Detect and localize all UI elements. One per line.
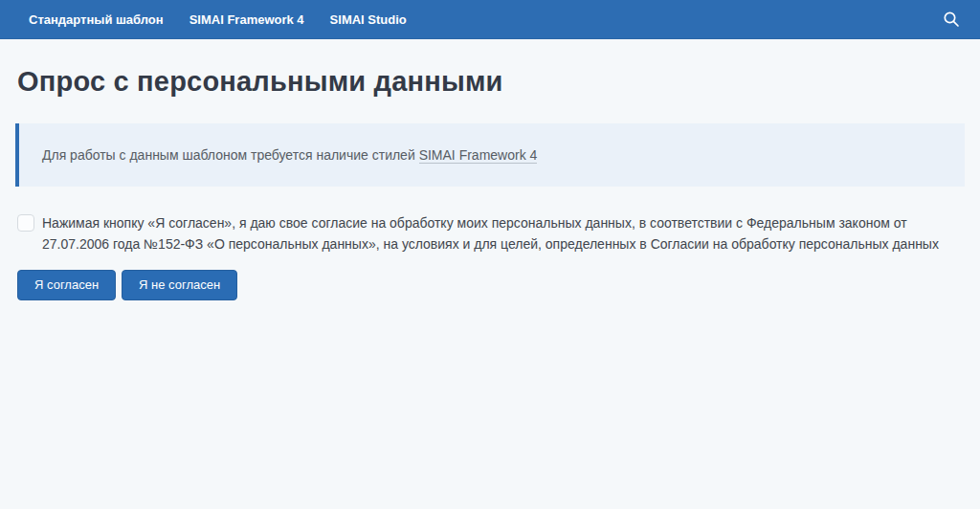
agree-button[interactable]: Я согласен bbox=[17, 270, 116, 300]
consent-buttons: Я согласен Я не согласен bbox=[17, 270, 963, 300]
search-icon bbox=[943, 11, 960, 28]
consent-row: Нажимая кнопку «Я согласен», я даю свое … bbox=[17, 212, 963, 254]
nav-item-simai-studio[interactable]: SIMAI Studio bbox=[330, 12, 407, 27]
consent-checkbox[interactable] bbox=[17, 214, 34, 232]
top-navbar: Стандартный шаблон SIMAI Framework 4 SIM… bbox=[0, 0, 980, 39]
nav-item-simai-framework[interactable]: SIMAI Framework 4 bbox=[189, 12, 304, 27]
notice-text: Для работы с данным шаблоном требуется н… bbox=[42, 147, 419, 163]
disagree-button[interactable]: Я не согласен bbox=[122, 270, 237, 300]
framework-notice: Для работы с данным шаблоном требуется н… bbox=[15, 123, 965, 187]
simai-framework-link[interactable]: SIMAI Framework 4 bbox=[419, 147, 538, 164]
page-title: Опрос с персональными данными bbox=[17, 65, 963, 98]
consent-text: Нажимая кнопку «Я согласен», я даю свое … bbox=[42, 212, 963, 254]
nav-item-standard-template[interactable]: Стандартный шаблон bbox=[29, 12, 164, 27]
search-button[interactable] bbox=[940, 8, 963, 31]
